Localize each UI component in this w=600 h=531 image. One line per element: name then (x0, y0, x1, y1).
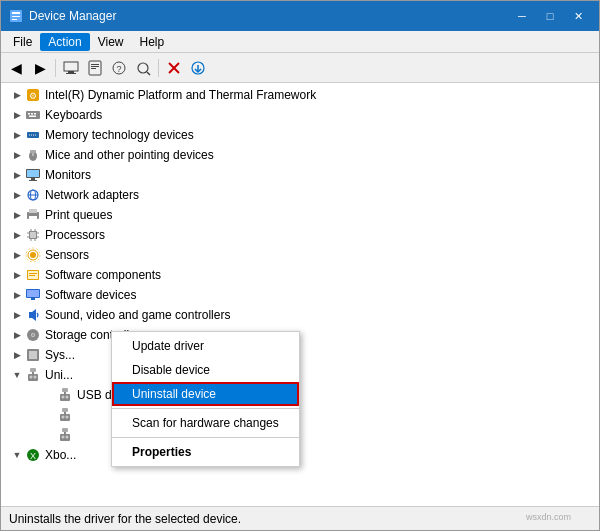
ctx-update-driver[interactable]: Update driver (112, 334, 299, 358)
label-sys: Sys... (45, 348, 75, 362)
tree-item-print[interactable]: ▶ Print queues (1, 205, 599, 225)
tree-item-uni[interactable]: ▼ Uni... (1, 365, 599, 385)
label-software-components: Software components (45, 268, 161, 282)
icon-usb-3 (57, 427, 73, 443)
svg-rect-86 (60, 434, 70, 441)
tree-item-mice[interactable]: ▶ Mice and other pointing devices (1, 145, 599, 165)
label-thermal: Intel(R) Dynamic Platform and Thermal Fr… (45, 88, 316, 102)
download-button[interactable] (187, 57, 209, 79)
icon-network (25, 187, 41, 203)
tree-item-monitors[interactable]: ▶ Monitors (1, 165, 599, 185)
svg-rect-71 (28, 374, 38, 381)
svg-rect-28 (31, 134, 32, 136)
tree-item-sys[interactable]: ▶ Sys... (1, 345, 599, 365)
label-memory: Memory technology devices (45, 128, 194, 142)
label-keyboards: Keyboards (45, 108, 102, 122)
arrow-print: ▶ (9, 207, 25, 223)
tree-item-xbox[interactable]: ▼ X Xbo... (1, 445, 599, 465)
tree-item-thermal[interactable]: ▶ ⚙ Intel(R) Dynamic Platform and Therma… (1, 85, 599, 105)
svg-rect-2 (12, 16, 20, 17)
label-xbox: Xbo... (45, 448, 76, 462)
icon-sys (25, 347, 41, 363)
ctx-uninstall-device[interactable]: Uninstall device (112, 382, 299, 406)
svg-rect-60 (29, 275, 35, 276)
svg-point-83 (62, 416, 65, 419)
minimize-button[interactable]: ─ (509, 7, 535, 25)
tree-item-software-components[interactable]: ▶ Software components (1, 265, 599, 285)
delete-button[interactable] (163, 57, 185, 79)
help-button[interactable]: ? (108, 57, 130, 79)
menu-help[interactable]: Help (132, 33, 173, 51)
svg-rect-10 (91, 68, 96, 69)
svg-rect-6 (66, 73, 76, 74)
svg-point-84 (66, 416, 69, 419)
properties-button[interactable] (84, 57, 106, 79)
label-sound: Sound, video and game controllers (45, 308, 230, 322)
svg-text:?: ? (116, 64, 121, 74)
maximize-button[interactable]: □ (537, 7, 563, 25)
icon-uni (25, 367, 41, 383)
ctx-separator-2 (112, 437, 299, 438)
svg-marker-64 (29, 309, 36, 321)
back-button[interactable]: ◀ (5, 57, 27, 79)
svg-rect-62 (27, 290, 39, 297)
tree-item-memory[interactable]: ▶ Memory technology devices (1, 125, 599, 145)
tree-item-storage[interactable]: ▶ Storage controllers (1, 325, 599, 345)
tree-item-network[interactable]: ▶ Network adapters (1, 185, 599, 205)
svg-rect-3 (12, 19, 17, 20)
scan-button[interactable] (132, 57, 154, 79)
svg-rect-1 (12, 12, 20, 14)
icon-software-components (25, 267, 41, 283)
tree-item-software-devices[interactable]: ▶ Software devices (1, 285, 599, 305)
ctx-disable-device[interactable]: Disable device (112, 358, 299, 382)
window-icon (9, 9, 23, 23)
tree-item-usb-child-3[interactable]: ▶ (1, 425, 599, 445)
context-menu: Update driver Disable device Uninstall d… (111, 331, 300, 467)
menu-action[interactable]: Action (40, 33, 89, 51)
ctx-scan-hardware[interactable]: Scan for hardware changes (112, 411, 299, 435)
tree-item-processors[interactable]: ▶ Processors (1, 225, 599, 245)
status-bar: Uninstalls the driver for the selected d… (1, 506, 599, 530)
svg-point-67 (32, 334, 34, 336)
arrow-keyboards: ▶ (9, 107, 25, 123)
svg-point-54 (30, 252, 36, 258)
svg-rect-42 (29, 209, 37, 213)
svg-point-13 (138, 63, 148, 73)
menu-view[interactable]: View (90, 33, 132, 51)
label-processors: Processors (45, 228, 105, 242)
device-tree[interactable]: ▶ ⚙ Intel(R) Dynamic Platform and Therma… (1, 83, 599, 506)
svg-line-14 (147, 72, 150, 75)
tree-item-usb-child-1[interactable]: ▶ USB device 1.0 (Microsoft) (1, 385, 599, 405)
forward-button[interactable]: ▶ (29, 57, 51, 79)
svg-rect-45 (30, 232, 36, 238)
svg-point-74 (34, 376, 37, 379)
device-manager-window: Device Manager ─ □ ✕ File Action View He… (0, 0, 600, 531)
tree-item-keyboards[interactable]: ▶ Keyboards (1, 105, 599, 125)
icon-sensors (25, 247, 41, 263)
close-button[interactable]: ✕ (565, 7, 591, 25)
svg-rect-23 (31, 113, 33, 115)
svg-rect-24 (34, 113, 36, 115)
icon-monitors (25, 167, 41, 183)
watermark: wsxdn.com (526, 512, 571, 522)
toolbar-separator-2 (158, 59, 159, 77)
computer-button[interactable] (60, 57, 82, 79)
svg-point-79 (66, 396, 69, 399)
label-monitors: Monitors (45, 168, 91, 182)
svg-rect-9 (91, 66, 99, 67)
svg-rect-43 (29, 216, 37, 220)
svg-point-73 (30, 376, 33, 379)
arrow-xbox: ▼ (9, 447, 25, 463)
tree-item-usb-child-2[interactable]: ▶ (1, 405, 599, 425)
tree-item-sensors[interactable]: ▶ Sensors (1, 245, 599, 265)
label-print: Print queues (45, 208, 112, 222)
ctx-properties[interactable]: Properties (112, 440, 299, 464)
label-uni: Uni... (45, 368, 73, 382)
tree-item-sound[interactable]: ▶ Sound, video and game controllers (1, 305, 599, 325)
icon-mice (25, 147, 41, 163)
menu-file[interactable]: File (5, 33, 40, 51)
menu-bar: File Action View Help (1, 31, 599, 53)
label-software-devices: Software devices (45, 288, 136, 302)
arrow-software-devices: ▶ (9, 287, 25, 303)
svg-rect-76 (60, 394, 70, 401)
